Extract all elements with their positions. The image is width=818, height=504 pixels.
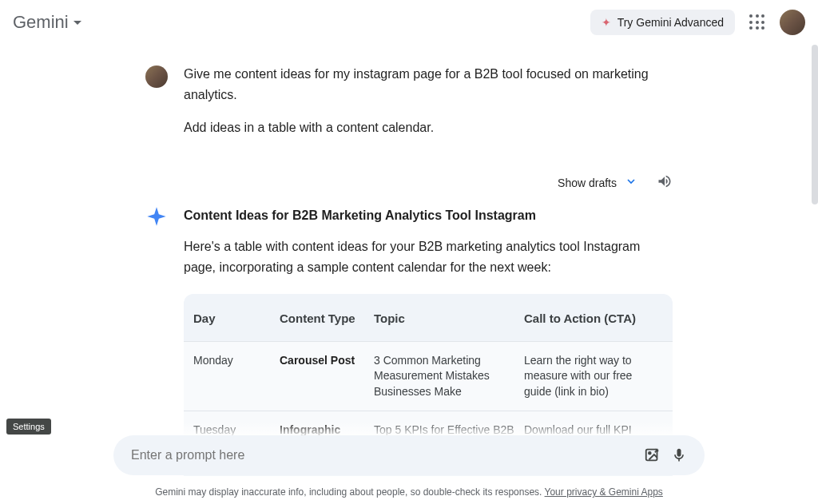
privacy-link[interactable]: Your privacy & Gemini Apps <box>545 486 663 498</box>
response-title: Content Ideas for B2B Marketing Analytic… <box>184 205 673 226</box>
gemini-sparkle-icon <box>145 205 168 228</box>
user-message-content: Give me content ideas for my instagram p… <box>184 64 673 151</box>
td-day: Monday <box>193 353 273 369</box>
sparkle-icon: ✦ <box>602 16 611 29</box>
show-drafts-label: Show drafts <box>558 177 617 189</box>
show-drafts-toggle[interactable]: Show drafts <box>558 175 637 190</box>
settings-tooltip: Settings <box>6 419 51 435</box>
table-row: Monday Carousel Post 3 Common Marketing … <box>184 341 673 411</box>
td-cta: Learn the right way to measure with our … <box>524 353 656 400</box>
response-controls: Show drafts <box>184 170 673 205</box>
prompt-input-area <box>113 435 705 475</box>
th-content-type: Content Type <box>280 310 367 327</box>
table-header-row: Day Content Type Topic Call to Action (C… <box>184 294 673 341</box>
chevron-down-icon <box>73 21 81 25</box>
svg-point-1 <box>649 452 651 454</box>
disclaimer-footer: Gemini may display inaccurate info, incl… <box>0 486 818 498</box>
user-text-p2: Add ideas in a table with a content cale… <box>184 117 673 138</box>
app-header: Gemini ✦ Try Gemini Advanced <box>0 0 818 45</box>
th-day: Day <box>193 310 273 327</box>
user-text-p1: Give me content ideas for my instagram p… <box>184 64 673 105</box>
user-avatar-small <box>145 65 168 88</box>
th-topic: Topic <box>374 310 518 327</box>
speaker-icon[interactable] <box>657 173 673 192</box>
prompt-input[interactable] <box>131 448 634 462</box>
user-message: Give me content ideas for my instagram p… <box>145 64 673 151</box>
th-cta: Call to Action (CTA) <box>524 310 656 327</box>
try-advanced-button[interactable]: ✦ Try Gemini Advanced <box>590 10 735 35</box>
td-type: Carousel Post <box>280 353 367 369</box>
app-title-dropdown[interactable]: Gemini <box>13 12 81 33</box>
scrollbar[interactable] <box>812 45 818 204</box>
chevron-down-icon <box>625 175 637 190</box>
google-apps-icon[interactable] <box>748 13 767 32</box>
try-advanced-label: Try Gemini Advanced <box>617 16 724 29</box>
disclaimer-text: Gemini may display inaccurate info, incl… <box>155 486 544 498</box>
app-title: Gemini <box>13 12 69 33</box>
microphone-icon[interactable] <box>671 447 687 463</box>
upload-image-icon[interactable] <box>644 446 661 464</box>
user-avatar[interactable] <box>780 10 805 35</box>
td-topic: 3 Common Marketing Measurement Mistakes … <box>374 353 518 400</box>
conversation-area: Give me content ideas for my instagram p… <box>97 45 721 476</box>
header-actions: ✦ Try Gemini Advanced <box>590 10 805 35</box>
response-intro: Here's a table with content ideas for yo… <box>184 236 673 277</box>
